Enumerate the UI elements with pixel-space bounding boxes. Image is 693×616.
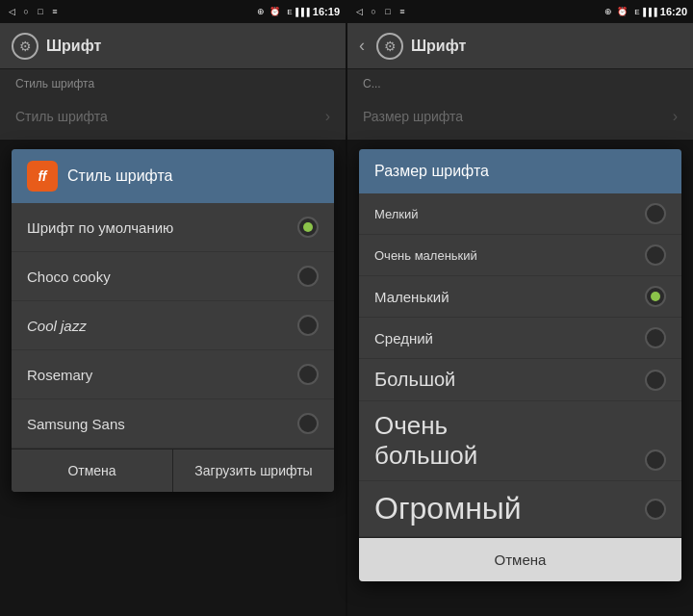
size-label-xlarge: Оченьбольшой [374,411,477,471]
left-title-bar: ⚙ Шрифт [0,23,346,69]
back-icon[interactable]: ◁ [6,6,17,17]
size-label-vsmall: Очень маленький [374,248,477,263]
size-label-large: Большой [374,369,455,391]
font-item-choco[interactable]: Choco cooky [12,252,334,301]
left-time: 16:19 [313,6,340,17]
left-section-label: Стиль шрифта [0,69,346,94]
size-item-medium[interactable]: Средний [359,318,681,359]
dialog-footer: Отмена Загрузить шрифты [12,449,334,492]
size-radio-vsmall[interactable] [645,244,666,266]
right-time: 16:20 [660,6,687,17]
right-home-icon[interactable]: ○ [368,6,379,17]
font-label-cooljazz: Cool jazz [27,318,87,334]
font-label-default: Шрифт по умолчанию [27,219,173,236]
size-radio-tiny[interactable] [645,203,666,224]
dialog-title-text: Стиль шрифта [67,167,172,185]
right-status-left: ◁ ○ □ ≡ [353,6,408,17]
home-icon[interactable]: ○ [20,6,32,17]
size-radio-xlarge[interactable] [645,449,666,471]
bg-row-1: Стиль шрифта › [0,94,346,140]
font-item-default[interactable]: Шрифт по умолчанию [12,203,334,252]
dialog-header: ff Стиль шрифта [12,149,334,203]
size-dialog-footer: Отмена [359,537,681,581]
size-item-xlarge[interactable]: Оченьбольшой [359,401,681,481]
font-radio-samsung[interactable] [297,413,319,434]
gear-icon: ⚙ [12,33,38,60]
left-status-left: ◁ ○ □ ≡ [6,6,61,17]
right-status-bar: ◁ ○ □ ≡ ⊕ ⏰ E ▌▌▌ 16:20 [347,0,693,23]
right-signal-icon: ▌▌▌ [646,6,657,17]
right-section-label: С... [347,69,693,94]
right-network-icon: E [631,6,643,17]
size-cancel-button[interactable]: Отмена [359,538,681,581]
font-radio-cooljazz[interactable] [297,315,319,336]
font-label-rosemary: Rosemary [27,367,92,383]
left-status-bar: ◁ ○ □ ≡ ⊕ ⏰ E ▌▌▌ 16:19 [0,0,346,23]
font-radio-choco[interactable] [297,266,319,287]
left-panel: ◁ ○ □ ≡ ⊕ ⏰ E ▌▌▌ 16:19 ⚙ Шрифт Стиль шр… [0,0,346,616]
size-radio-medium[interactable] [645,327,666,348]
size-radio-small[interactable] [645,286,666,307]
right-gear-icon: ⚙ [376,33,403,60]
right-status-right: ⊕ ⏰ E ▌▌▌ 16:20 [603,6,687,17]
size-label-tiny: Мелкий [374,207,419,221]
size-label-medium: Средний [374,330,433,346]
right-title-bar: ‹ ⚙ Шрифт [347,23,693,69]
font-style-dialog-container: ff Стиль шрифта Шрифт по умолчанию Choco… [0,140,346,616]
size-item-tiny[interactable]: Мелкий [359,193,681,235]
size-item-vsmall[interactable]: Очень маленький [359,235,681,276]
font-item-cooljazz[interactable]: Cool jazz [12,301,334,350]
size-dialog-title-text: Размер шрифта [374,163,489,179]
size-label-xxlarge: Огромный [374,491,522,526]
left-status-right: ⊕ ⏰ E ▌▌▌ 16:19 [255,6,340,17]
left-title: Шрифт [46,38,101,55]
size-radio-xxlarge[interactable] [645,499,666,520]
right-alarm-icon: ⏰ [617,6,629,17]
notification-icon: ⊕ [255,6,267,17]
right-panel: ◁ ○ □ ≡ ⊕ ⏰ E ▌▌▌ 16:20 ‹ ⚙ Шрифт С... Р… [346,0,693,616]
size-label-small: Маленький [374,289,449,305]
size-item-large[interactable]: Большой [359,359,681,401]
menu-icon[interactable]: ≡ [49,6,61,17]
font-label-choco: Choco cooky [27,269,111,285]
size-radio-large[interactable] [645,370,666,391]
network-e-icon: E [284,6,295,17]
alarm-icon: ⏰ [270,6,281,17]
font-item-rosemary[interactable]: Rosemary [12,350,334,399]
signal-icon: ▌▌▌ [298,6,310,17]
font-radio-rosemary[interactable] [297,364,319,385]
font-radio-default[interactable] [297,217,319,238]
right-title: Шрифт [411,38,466,55]
recent-icon[interactable]: □ [35,6,46,17]
font-style-dialog: ff Стиль шрифта Шрифт по умолчанию Choco… [12,149,334,492]
right-notification-icon: ⊕ [603,6,614,17]
size-item-small[interactable]: Маленький [359,276,681,318]
right-recent-icon[interactable]: □ [382,6,394,17]
download-fonts-button[interactable]: Загрузить шрифты [173,449,334,492]
size-dialog-header: Размер шрифта [359,149,681,193]
right-back-icon[interactable]: ◁ [353,6,365,17]
font-size-dialog: Размер шрифта Мелкий Очень маленький Мал… [359,149,681,581]
ff-logo-icon: ff [27,161,58,192]
cancel-button[interactable]: Отмена [12,449,173,492]
font-label-samsung: Samsung Sans [27,416,125,432]
right-back-arrow-icon[interactable]: ‹ [359,36,365,56]
font-item-samsung[interactable]: Samsung Sans [12,399,334,449]
font-size-dialog-container: Размер шрифта Мелкий Очень маленький Мал… [347,140,693,616]
size-item-xxlarge[interactable]: Огромный [359,481,681,537]
right-menu-icon[interactable]: ≡ [397,6,408,17]
right-bg-row: Размер шрифта › [347,94,693,140]
